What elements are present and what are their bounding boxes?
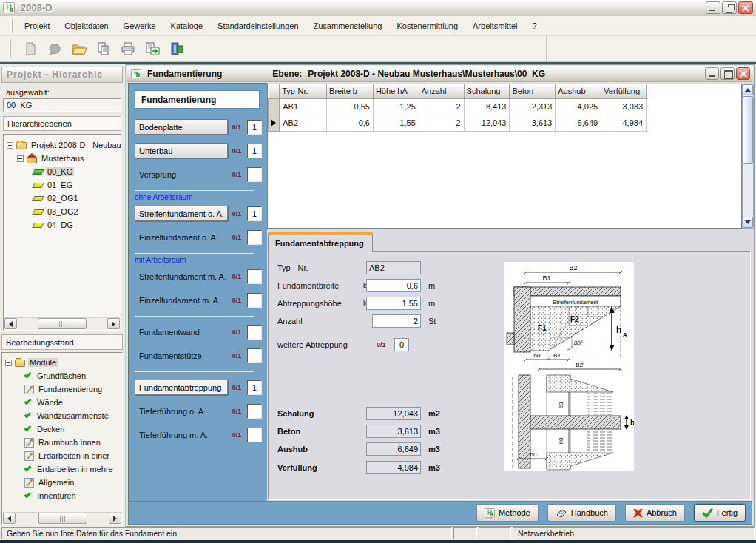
scroll-thumb[interactable] [38,513,87,524]
fertig-button[interactable]: Fertig [694,504,746,522]
menu-kataloge[interactable]: Kataloge [163,16,210,35]
nav-item-tieferfuehrung-ma[interactable]: Tieferführung m. A. [135,431,228,439]
methode-button[interactable]: Methode [476,504,539,522]
menu-help[interactable]: ? [525,16,544,35]
collapse-icon[interactable] [7,142,13,149]
scroll-left-button[interactable] [3,513,16,524]
nav-value-fundamentstuetze[interactable] [247,348,262,363]
tree-item-project-root[interactable]: Projekt 2008-D - Neubau [7,138,121,152]
weitere-abtreppung-input[interactable] [394,338,409,351]
restore-button[interactable] [722,1,737,14]
module-item[interactable]: Raumbuch Innen [5,436,122,449]
tree-item-floor[interactable]: 02_OG1 [7,192,121,205]
exit-icon[interactable] [167,39,186,58]
abbruch-button[interactable]: Abbruch [625,504,685,522]
col-breite[interactable]: Breite b [327,84,374,98]
nav-value-unterbau[interactable] [247,144,262,158]
nav-item-tieferfuehrung-oa[interactable]: Tieferführung o. A. [135,407,228,416]
tree-item-floor[interactable]: 03_OG2 [7,205,121,218]
tab-fundamentabtreppung[interactable]: Fundamentabtreppung [268,232,373,252]
tree-item-floor[interactable]: 01_EG [7,178,121,192]
nav-button-streifenfundament-oa[interactable]: Streifenfundament o. A. [135,206,228,221]
module-item[interactable]: Erdarbeiten in mehre [5,462,122,476]
collapse-icon[interactable] [17,155,24,162]
module-item[interactable]: Erdarbeiten in einer [5,449,122,462]
handbuch-button[interactable]: Handbuch [547,504,616,522]
scroll-thumb[interactable] [743,96,753,164]
nav-item-einzelfundament-ma[interactable]: Einzelfundament m. A. [135,296,228,305]
module-item[interactable]: Innentüren [5,489,122,502]
anzahl-input[interactable] [372,314,421,328]
close-button[interactable] [738,1,753,14]
tree-item-floor[interactable]: 00_KG [7,165,121,178]
scroll-right-button[interactable] [107,318,120,329]
row-selector[interactable] [269,115,280,131]
print-icon[interactable] [118,39,138,58]
module-close-button[interactable] [736,67,750,80]
collapse-icon[interactable] [5,360,12,366]
nav-button-bodenplatte[interactable]: Bodenplatte [135,119,228,135]
module-item[interactable]: Fundamentierung [5,382,122,396]
export-icon[interactable] [143,39,162,58]
col-typ-nr[interactable]: Typ-Nr. [280,84,327,98]
nav-value-fundamentabtreppung[interactable] [247,380,262,395]
col-anzahl[interactable]: Anzahl [419,84,464,98]
col-hoehe[interactable]: Höhe hA [373,84,419,98]
menu-zusammenstellung[interactable]: Zusammenstellung [306,16,390,35]
tree-item-module-root[interactable]: Module [5,356,122,369]
nav-item-fundamentstuetze[interactable]: Fundamentstütze [135,351,228,360]
nav-value-bodenplatte[interactable] [247,120,262,135]
scroll-thumb[interactable] [38,318,87,329]
nav-item-versprung[interactable]: Versprung [135,170,228,179]
table-row-active[interactable]: AB2 0,6 1,55 2 12,043 3,613 6,649 4,984 [269,115,647,131]
module-item[interactable]: Allgemein [5,476,122,489]
nav-value-einzelfundament-ma[interactable] [247,293,262,308]
nav-value-tieferfuehrung-ma[interactable] [247,428,262,442]
col-verfuellung[interactable]: Verfüllung [601,84,647,98]
module-maximize-button[interactable] [720,67,735,80]
menu-gewerke[interactable]: Gewerke [116,16,163,35]
nav-item-fundamentwand[interactable]: Fundamentwand [135,328,228,337]
nav-value-streifenfundament-oa[interactable] [247,206,262,221]
module-item[interactable]: Wandzusammenste [5,409,122,422]
module-item[interactable]: Decken [5,422,122,436]
menu-arbeitsmittel[interactable]: Arbeitsmittel [465,16,525,35]
col-aushub[interactable]: Aushub [556,84,601,98]
tree-item-musterhaus[interactable]: Musterhaus [7,152,121,165]
table-vscrollbar[interactable] [742,84,754,229]
scroll-left-button[interactable] [4,318,17,329]
row-selector[interactable] [269,98,280,115]
menu-kostenermittlung[interactable]: Kostenermittlung [389,16,465,35]
table-row[interactable]: AB1 0,55 1,25 2 8,413 2,313 4,025 3,033 [269,98,647,115]
new-document-icon[interactable] [21,39,40,58]
scroll-up-button[interactable] [743,84,753,95]
progress-hscrollbar[interactable] [3,512,121,524]
col-beton[interactable]: Beton [510,84,556,98]
nav-item-streifenfundament-ma[interactable]: Streifenfundament m. A. [135,272,228,281]
hierarchy-hscrollbar[interactable] [4,317,120,329]
menu-projekt[interactable]: Projekt [17,16,57,35]
copy-icon[interactable] [94,39,113,58]
history-icon[interactable] [45,39,64,58]
menu-objektdaten[interactable]: Objektdaten [57,16,115,35]
col-schalung[interactable]: Schalung [464,84,510,98]
nav-value-einzelfundament-oa[interactable] [247,230,262,245]
minimize-button[interactable] [706,1,720,14]
nav-value-fundamentwand[interactable] [247,325,262,340]
module-item[interactable]: Wände [5,396,122,409]
tree-item-floor[interactable]: 04_DG [7,218,121,232]
nav-button-fundamentabtreppung[interactable]: Fundamentabtreppung [135,380,228,395]
scroll-down-button[interactable] [743,217,753,228]
nav-item-einzelfundament-oa[interactable]: Einzelfundament o. A. [135,233,228,242]
scroll-right-button[interactable] [109,513,121,524]
nav-button-unterbau[interactable]: Unterbau [135,143,228,158]
module-item[interactable]: Grundflächen [5,369,122,382]
fundamentbreite-input[interactable] [366,279,421,292]
nav-value-versprung[interactable] [247,167,262,182]
open-folder-icon[interactable] [70,39,89,58]
abtreppungshoehe-input[interactable] [366,297,421,310]
menu-standardeinstellungen[interactable]: Standardeinstellungen [210,16,306,35]
nav-value-streifenfundament-ma[interactable] [247,269,262,284]
module-minimize-button[interactable] [705,67,719,80]
nav-value-tieferfuehrung-oa[interactable] [247,404,262,419]
